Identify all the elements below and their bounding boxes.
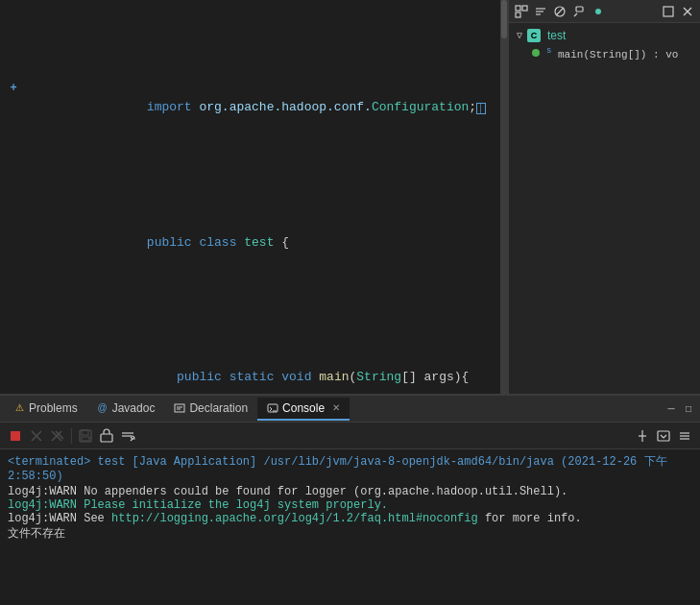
outline-link-btn[interactable] <box>570 3 588 20</box>
tab-console[interactable]: Console ✕ <box>257 398 350 421</box>
code-vscroll[interactable] <box>500 0 508 394</box>
outline-class-name: test <box>547 29 566 42</box>
outline-sort-btn[interactable] <box>532 3 549 20</box>
console-tab-icon <box>267 402 278 414</box>
console-warn-1: log4j:WARN No appenders could be found f… <box>8 485 692 498</box>
console-output[interactable]: <terminated> test [Java Application] /us… <box>0 449 700 605</box>
gutter-3 <box>4 349 23 368</box>
svg-rect-26 <box>82 437 89 441</box>
outline-toolbar <box>509 0 700 23</box>
outline-hide-btn[interactable] <box>551 3 568 20</box>
class-expand-icon: ▽ <box>517 30 522 41</box>
separator-1 <box>71 428 72 444</box>
svg-rect-27 <box>101 434 112 442</box>
svg-line-7 <box>556 8 564 15</box>
tab-javadoc[interactable]: @ Javadoc <box>87 398 165 421</box>
console-warn-3-suffix: for more info. <box>478 512 582 525</box>
code-vscroll-thumb <box>501 0 507 38</box>
outline-panel: ▽ C test s main(String[]) : vo <box>508 0 700 394</box>
console-view-menu-btn[interactable] <box>675 426 694 446</box>
console-output-line: 文件不存在 <box>8 525 692 542</box>
code-line-3: public static void main(String[] args){ <box>0 349 500 394</box>
svg-rect-25 <box>82 430 88 435</box>
svg-rect-18 <box>11 431 20 441</box>
gutter-2 <box>4 214 23 233</box>
outline-maximize-btn[interactable] <box>660 3 677 20</box>
console-warn-3-prefix: log4j:WARN See <box>8 512 111 525</box>
console-remove-all-btn <box>48 426 67 446</box>
pkg-name: org.apache.hadoop.conf. <box>199 100 371 114</box>
svg-rect-10 <box>664 7 673 16</box>
outline-close-btn[interactable] <box>679 3 696 20</box>
console-pin-btn[interactable] <box>633 426 652 446</box>
tab-declaration-label: Declaration <box>189 401 248 415</box>
svg-rect-2 <box>516 12 520 17</box>
console-right-buttons <box>633 426 694 446</box>
method-status-dot <box>532 49 540 57</box>
code-line-2: public class test { <box>0 214 500 272</box>
tab-declaration[interactable]: Declaration <box>164 398 257 421</box>
console-open-console-btn[interactable] <box>654 426 673 446</box>
outline-method-badge: s main(String[]) : vo <box>546 46 678 60</box>
code-editor[interactable]: + import org.apache.hadoop.conf.Configur… <box>0 0 508 394</box>
outline-dot-btn[interactable] <box>590 3 607 20</box>
svg-rect-8 <box>576 7 583 12</box>
outline-tree: ▽ C test s main(String[]) : vo <box>509 23 700 66</box>
win-minimize-btn[interactable]: ─ <box>664 401 679 417</box>
top-section: + import org.apache.hadoop.conf.Configur… <box>0 0 700 394</box>
declaration-tab-icon <box>174 402 185 414</box>
console-warn-3: log4j:WARN See http://logging.apache.org… <box>8 512 692 525</box>
svg-point-9 <box>595 9 601 14</box>
code-lines: + import org.apache.hadoop.conf.Configur… <box>0 0 500 394</box>
svg-rect-0 <box>516 6 520 11</box>
tab-console-close[interactable]: ✕ <box>332 402 340 413</box>
class-type-icon: C <box>527 29 541 42</box>
tab-problems-label: Problems <box>29 401 78 415</box>
bottom-section: ⚠ Problems @ Javadoc Declaration Console… <box>0 394 700 605</box>
svg-rect-1 <box>522 6 527 11</box>
javadoc-tab-icon: @ <box>97 402 109 414</box>
tab-javadoc-label: Javadoc <box>112 401 156 415</box>
kw-import: import <box>147 100 200 114</box>
gutter-1[interactable]: + <box>4 79 23 98</box>
code-line-1: + import org.apache.hadoop.conf.Configur… <box>0 79 500 137</box>
outline-method-name: main(String[]) : vo <box>558 49 678 60</box>
tab-bar-right: ─ □ <box>664 401 696 417</box>
outline-method-item[interactable]: s main(String[]) : vo <box>509 44 700 62</box>
outline-class-item[interactable]: ▽ C test <box>509 27 700 44</box>
console-save-btn <box>76 426 95 446</box>
cursor: │ <box>476 103 485 114</box>
svg-rect-13 <box>175 404 184 412</box>
console-terminate-btn[interactable] <box>6 426 25 446</box>
console-warn-1-text: log4j:WARN No appenders could be found f… <box>8 485 567 498</box>
console-toolbar <box>0 423 700 449</box>
tab-problems[interactable]: ⚠ Problems <box>4 398 87 421</box>
console-remove-btn <box>27 426 46 446</box>
code-content: + import org.apache.hadoop.conf.Configur… <box>0 0 500 394</box>
outline-collapse-btn[interactable] <box>513 3 530 20</box>
console-header-line: <terminated> test [Java Application] /us… <box>8 453 692 483</box>
console-warn-3-link[interactable]: http://logging.apache.org/log4j/1.2/faq.… <box>111 512 478 525</box>
tab-console-label: Console <box>282 401 325 415</box>
problems-tab-icon: ⚠ <box>13 402 25 414</box>
console-warn-2-text: log4j:WARN Please initialize the log4j s… <box>8 498 388 512</box>
console-warn-2: log4j:WARN Please initialize the log4j s… <box>8 498 692 512</box>
main-container: + import org.apache.hadoop.conf.Configur… <box>0 0 700 605</box>
tab-bar: ⚠ Problems @ Javadoc Declaration Console… <box>0 396 700 423</box>
console-scroll-lock-btn[interactable] <box>97 426 116 446</box>
win-maximize-btn[interactable]: □ <box>681 401 696 417</box>
console-wrap-btn[interactable] <box>118 426 137 446</box>
svg-rect-32 <box>658 431 669 441</box>
